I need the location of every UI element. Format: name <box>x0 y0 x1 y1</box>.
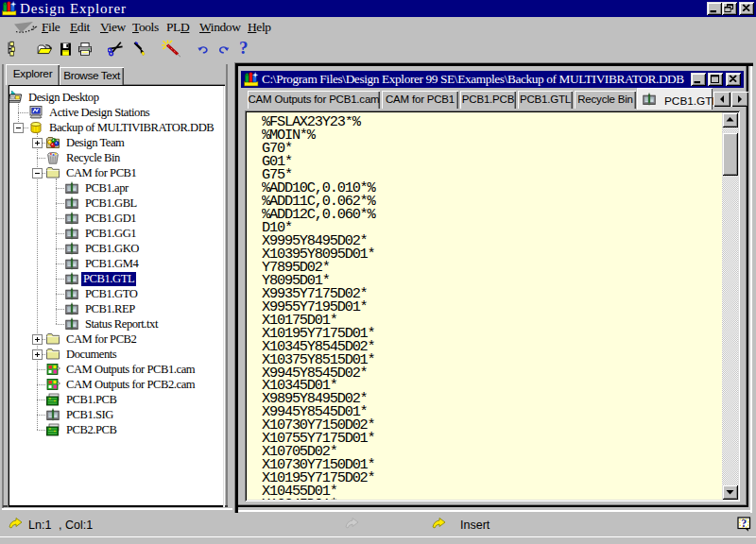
svg-text:?: ? <box>741 517 747 530</box>
